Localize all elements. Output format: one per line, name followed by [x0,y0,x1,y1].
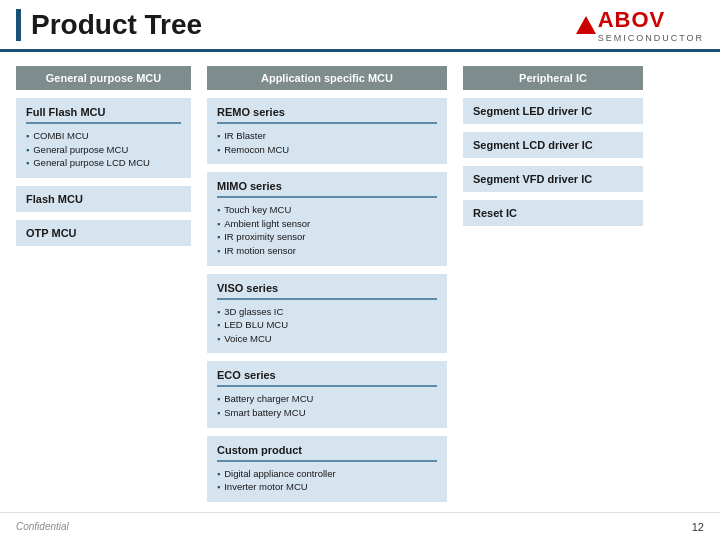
card-mimo: MIMO series Touch key MCU Ambient light … [207,172,447,265]
standalone-title-reset: Reset IC [473,207,633,219]
column-peripheral: Peripheral IC Segment LED driver IC Segm… [463,66,643,498]
standalone-title-seg-lcd: Segment LCD driver IC [473,139,633,151]
page-title: Product Tree [16,9,202,41]
list-item: IR proximity sensor [217,230,437,244]
logo-subtext: SEMICONDUCTOR [598,33,704,43]
list-item: Remocon MCU [217,143,437,157]
card-title-viso: VISO series [217,282,437,300]
card-remo: REMO series IR Blaster Remocon MCU [207,98,447,164]
card-title-eco: ECO series [217,369,437,387]
list-item: Touch key MCU [217,203,437,217]
list-item: Smart battery MCU [217,406,437,420]
standalone-title-otp: OTP MCU [26,227,181,239]
column-general-mcu: General purpose MCU Full Flash MCU COMBI… [16,66,191,498]
main-content: General purpose MCU Full Flash MCU COMBI… [0,52,720,512]
standalone-title-seg-led: Segment LED driver IC [473,105,633,117]
column-app-mcu: Application specific MCU REMO series IR … [207,66,447,498]
header: Product Tree ABOV SEMICONDUCTOR [0,0,720,52]
list-item: 3D glasses IC [217,305,437,319]
logo-text: ABOV [598,7,666,32]
logo: ABOV SEMICONDUCTOR [576,7,704,43]
list-item: IR Blaster [217,129,437,143]
list-item: Voice MCU [217,332,437,346]
list-item: COMBI MCU [26,129,181,143]
standalone-title-flash: Flash MCU [26,193,181,205]
card-title-full-flash: Full Flash MCU [26,106,181,124]
list-item: IR motion sensor [217,244,437,258]
card-viso: VISO series 3D glasses IC LED BLU MCU Vo… [207,274,447,354]
card-eco: ECO series Battery charger MCU Smart bat… [207,361,447,427]
list-item: Digital appliance controller [217,467,437,481]
standalone-title-seg-vfd: Segment VFD driver IC [473,173,633,185]
logo-triangle-icon [576,16,596,34]
list-item: LED BLU MCU [217,318,437,332]
card-seg-led: Segment LED driver IC [463,98,643,124]
card-custom: Custom product Digital appliance control… [207,436,447,502]
list-item: General purpose LCD MCU [26,156,181,170]
card-seg-lcd: Segment LCD driver IC [463,132,643,158]
card-title-custom: Custom product [217,444,437,462]
card-full-flash-mcu: Full Flash MCU COMBI MCU General purpose… [16,98,191,178]
card-reset: Reset IC [463,200,643,226]
confidential-label: Confidential [16,521,69,532]
list-item: General purpose MCU [26,143,181,157]
list-item: Battery charger MCU [217,392,437,406]
card-seg-vfd: Segment VFD driver IC [463,166,643,192]
col-header-peripheral: Peripheral IC [463,66,643,90]
card-title-remo: REMO series [217,106,437,124]
card-flash-mcu: Flash MCU [16,186,191,212]
col-header-app: Application specific MCU [207,66,447,90]
col-header-general: General purpose MCU [16,66,191,90]
footer: Confidential 12 [0,512,720,540]
card-otp-mcu: OTP MCU [16,220,191,246]
card-title-mimo: MIMO series [217,180,437,198]
list-item: Ambient light sensor [217,217,437,231]
page-number: 12 [692,521,704,533]
list-item: Inverter motor MCU [217,480,437,494]
